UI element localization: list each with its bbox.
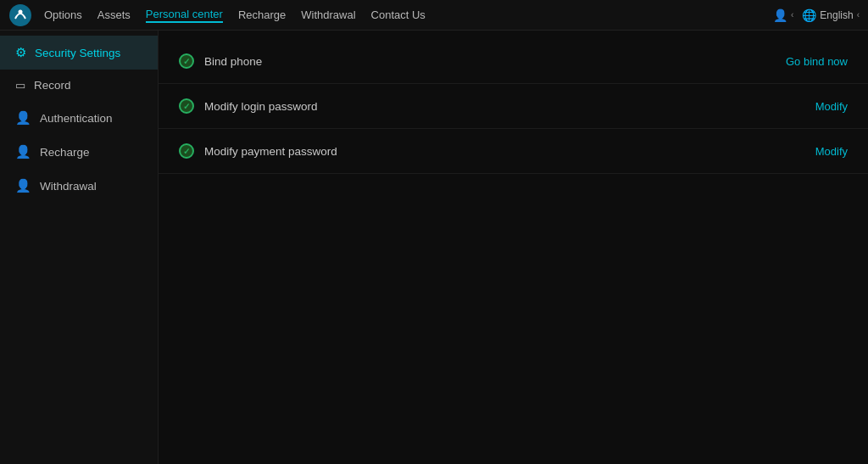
bind-phone-action[interactable]: Go bind now — [786, 55, 848, 68]
nav-withdrawal[interactable]: Withdrawal — [301, 8, 355, 21]
login-password-label: Modify login password — [204, 100, 815, 113]
language-chevron: ‹ — [857, 10, 860, 20]
nav-personal-center[interactable]: Personal center — [146, 8, 223, 23]
security-settings-panel: Bind phone Go bind now Modify login pass… — [159, 31, 868, 464]
sidebar-item-authentication[interactable]: 👤 Authentication — [0, 101, 158, 135]
bind-phone-label: Bind phone — [204, 55, 786, 68]
sidebar-item-record[interactable]: ▭ Record — [0, 70, 158, 101]
svg-point-1 — [19, 9, 23, 14]
language-label: English — [820, 9, 853, 21]
nav-right: 👤 ‹ 🌐 English ‹ — [773, 8, 860, 22]
sidebar-label-security: Security Settings — [35, 47, 120, 59]
payment-password-label: Modify payment password — [204, 145, 815, 158]
login-password-action[interactable]: Modify — [815, 100, 848, 113]
top-nav: Options Assets Personal center Recharge … — [0, 0, 868, 31]
user-icon: 👤 — [773, 8, 787, 22]
withdrawal-icon: 👤 — [15, 178, 31, 193]
settings-icon: ⚙ — [15, 45, 26, 60]
login-password-row: Modify login password Modify — [159, 84, 868, 129]
bind-phone-row: Bind phone Go bind now — [159, 39, 868, 84]
payment-password-row: Modify payment password Modify — [159, 129, 868, 174]
bind-phone-check — [179, 53, 194, 69]
record-icon: ▭ — [15, 79, 25, 92]
sidebar-label-recharge: Recharge — [40, 146, 90, 159]
nav-assets[interactable]: Assets — [97, 8, 131, 21]
nav-items: Options Assets Personal center Recharge … — [44, 8, 773, 23]
payment-password-action[interactable]: Modify — [815, 145, 848, 158]
sidebar-label-record: Record — [34, 79, 71, 92]
sidebar-item-recharge[interactable]: 👤 Recharge — [0, 135, 158, 169]
nav-recharge[interactable]: Recharge — [238, 8, 286, 21]
nav-options[interactable]: Options — [44, 8, 82, 21]
login-password-check — [179, 98, 194, 114]
svg-point-0 — [9, 4, 31, 26]
recharge-icon: 👤 — [15, 144, 31, 159]
globe-icon: 🌐 — [802, 8, 816, 22]
sidebar-label-authentication: Authentication — [40, 112, 113, 125]
main-layout: ⚙ Security Settings ▭ Record 👤 Authentic… — [0, 31, 868, 464]
sidebar-item-withdrawal[interactable]: 👤 Withdrawal — [0, 169, 158, 203]
auth-icon: 👤 — [15, 110, 31, 126]
nav-contact[interactable]: Contact Us — [371, 8, 426, 21]
user-chevron: ‹ — [791, 10, 793, 20]
user-menu[interactable]: 👤 ‹ — [773, 8, 793, 22]
sidebar-item-security-settings[interactable]: ⚙ Security Settings — [0, 36, 158, 70]
sidebar: ⚙ Security Settings ▭ Record 👤 Authentic… — [0, 31, 159, 464]
app-logo — [8, 3, 32, 27]
payment-password-check — [179, 143, 194, 159]
sidebar-label-withdrawal: Withdrawal — [40, 180, 97, 193]
language-menu[interactable]: 🌐 English ‹ — [802, 8, 860, 22]
